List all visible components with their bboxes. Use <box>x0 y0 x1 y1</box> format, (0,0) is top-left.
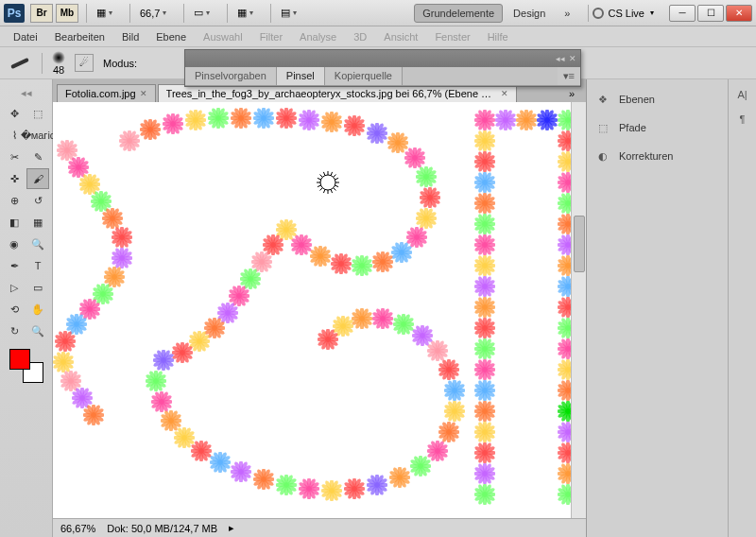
menu-auswahl[interactable]: Auswahl <box>196 29 250 44</box>
menu-analyse[interactable]: Analyse <box>292 29 344 44</box>
brush-tool[interactable]: 🖌 <box>26 168 49 189</box>
foreground-color[interactable] <box>9 349 30 370</box>
brush-stroke-flower <box>310 246 331 267</box>
close-icon[interactable]: ✕ <box>501 89 508 98</box>
brush-stroke-flower <box>53 352 74 372</box>
svg-point-207 <box>427 195 433 200</box>
menu-filter[interactable]: Filter <box>252 29 290 44</box>
workspace-design[interactable]: Design <box>505 4 554 23</box>
cs-live-button[interactable]: CS Live▾ <box>588 5 662 22</box>
brush-stroke-flower <box>140 119 161 140</box>
minibridge-button[interactable]: Mb <box>56 4 78 23</box>
doc-tab-inactive[interactable]: Fotolia.com.jpg✕ <box>57 84 156 102</box>
quick-select-tool[interactable]: �магic <box>26 125 49 146</box>
workspace-more[interactable]: » <box>556 4 578 23</box>
close-icon[interactable]: ✕ <box>140 89 147 98</box>
panel-ebenen[interactable]: ❖Ebenen <box>591 85 724 113</box>
scrollbar-thumb[interactable] <box>574 216 585 272</box>
paragraph-panel-icon[interactable]: ¶ <box>740 113 746 125</box>
color-swatches[interactable] <box>9 349 43 383</box>
menu-datei[interactable]: Datei <box>6 29 45 44</box>
workspace-grundelemente[interactable]: Grundelemente <box>414 4 503 23</box>
panel-korrekturen[interactable]: ◐Korrekturen <box>591 142 724 170</box>
svg-point-623 <box>397 475 403 480</box>
guides-dropdown[interactable]: ▤ <box>276 4 307 23</box>
window-minimize[interactable]: ─ <box>669 5 696 22</box>
shape-tool[interactable]: ▭ <box>26 277 49 298</box>
menu-3d[interactable]: 3D <box>346 29 374 44</box>
svg-point-571 <box>306 486 312 492</box>
status-docinfo[interactable]: Dok: 50,0 MB/124,7 MB <box>107 523 217 534</box>
brush-stroke-flower <box>495 110 516 130</box>
brush-stroke-flower <box>558 110 571 130</box>
brush-stroke-flower <box>474 318 495 338</box>
toolbox-collapse-icon[interactable]: ◂◂ <box>3 87 49 99</box>
svg-point-506 <box>198 448 204 454</box>
svg-point-688 <box>452 388 457 393</box>
healing-tool[interactable]: ✜ <box>3 168 26 189</box>
brush-stroke-flower <box>474 130 495 151</box>
svg-point-909 <box>100 291 106 297</box>
brush-stroke-flower <box>102 208 123 229</box>
status-zoom[interactable]: 66,67% <box>60 523 95 534</box>
brush-stroke-flower <box>427 441 448 461</box>
panel-pfade[interactable]: ⬚Pfade <box>591 113 724 142</box>
screen-mode-dropdown[interactable]: ▭ <box>189 4 220 23</box>
3d-tool[interactable]: ⟲ <box>3 299 26 320</box>
extras-dropdown[interactable]: ▦ <box>232 4 264 23</box>
tab-pinselvorgaben[interactable]: Pinselvorgaben <box>185 67 277 85</box>
brush-stroke-flower <box>474 463 495 484</box>
crop-tool[interactable]: ✂ <box>3 147 26 167</box>
eyedropper-tool[interactable]: ✎ <box>26 147 49 167</box>
gradient-tool[interactable]: ▦ <box>26 212 49 233</box>
menu-bearbeiten[interactable]: Bearbeiten <box>47 29 112 44</box>
brush-panel-toggle[interactable]: ☄ <box>75 54 94 72</box>
dodge-tool[interactable]: 🔍 <box>26 234 49 254</box>
brush-preset-picker[interactable]: 48 <box>52 51 65 76</box>
menu-ansicht[interactable]: Ansicht <box>376 29 425 44</box>
current-tool-icon[interactable] <box>8 51 32 76</box>
svg-point-818 <box>76 165 81 170</box>
character-panel-icon[interactable]: A| <box>737 89 747 100</box>
svg-point-467 <box>159 399 164 405</box>
tabs-overflow[interactable]: » <box>561 85 582 102</box>
canvas[interactable] <box>53 102 571 518</box>
vertical-scrollbar[interactable] <box>571 102 586 518</box>
doc-arrange-dropdown[interactable]: ▦ <box>92 4 123 23</box>
path-select-tool[interactable]: ▷ <box>3 277 26 298</box>
brush-stroke-flower <box>474 484 495 505</box>
bridge-button[interactable]: Br <box>30 4 53 23</box>
window-maximize[interactable]: ☐ <box>697 5 724 22</box>
svg-point-12 <box>127 138 132 144</box>
zoom-tool[interactable]: 🔍 <box>26 320 49 341</box>
rotate-view-tool[interactable]: ↻ <box>3 320 26 341</box>
eraser-tool[interactable]: ◧ <box>3 212 26 233</box>
menu-hilfe[interactable]: Hilfe <box>480 29 516 44</box>
brush-stroke-flower <box>416 208 437 229</box>
move-tool[interactable]: ✥ <box>3 103 26 124</box>
brush-stroke-flower <box>352 255 372 276</box>
tab-kopierquelle[interactable]: Kopierquelle <box>325 67 403 85</box>
svg-point-77 <box>238 115 244 121</box>
zoom-dropdown[interactable]: 66,7 <box>135 4 177 23</box>
menu-bild[interactable]: Bild <box>114 29 146 44</box>
marquee-tool[interactable]: ⬚ <box>26 103 49 124</box>
type-tool[interactable]: T <box>26 255 49 276</box>
hand-tool[interactable]: ✋ <box>26 299 49 320</box>
history-brush-tool[interactable]: ↺ <box>26 190 49 211</box>
menu-fenster[interactable]: Fenster <box>427 29 477 44</box>
status-arrow-icon[interactable]: ▸ <box>229 522 234 534</box>
window-close[interactable]: ✕ <box>726 5 752 22</box>
blur-tool[interactable]: ◉ <box>3 234 26 254</box>
panel-menu-icon[interactable]: ▾≡ <box>558 67 580 85</box>
svg-point-1260 <box>482 429 488 435</box>
panel-collapse-icon[interactable]: ◂◂ <box>556 54 565 63</box>
stamp-tool[interactable]: ⊕ <box>3 190 26 211</box>
brush-stroke-flower <box>558 442 571 463</box>
panel-close-icon[interactable]: ✕ <box>569 54 576 63</box>
pen-tool[interactable]: ✒ <box>3 255 26 276</box>
brush-stroke-flower <box>55 331 76 352</box>
tab-pinsel[interactable]: Pinsel <box>277 67 325 85</box>
floating-brush-panel[interactable]: ◂◂✕ Pinselvorgaben Pinsel Kopierquelle ▾… <box>184 49 581 87</box>
menu-ebene[interactable]: Ebene <box>148 29 194 44</box>
